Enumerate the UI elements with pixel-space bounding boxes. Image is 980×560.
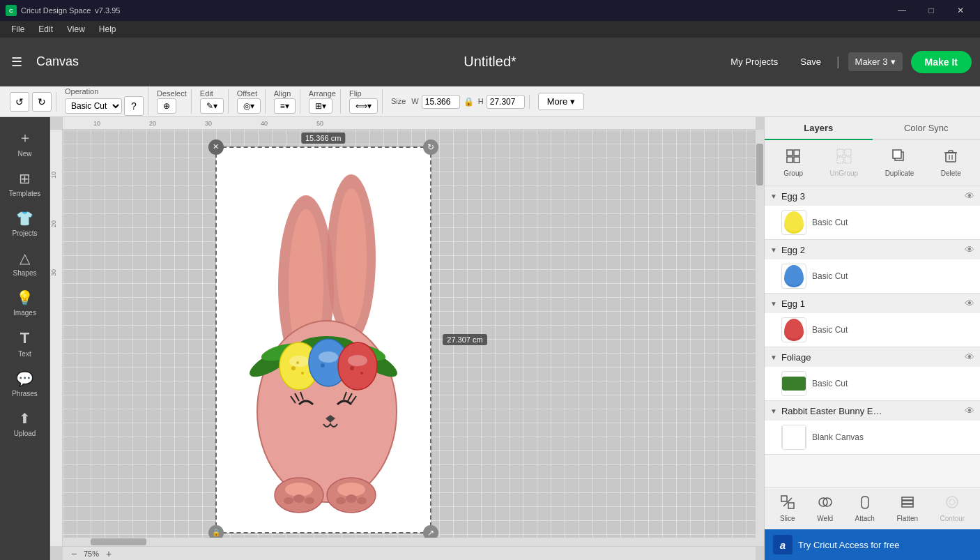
zoom-bar: − 75% + xyxy=(63,546,756,560)
redo-button[interactable]: ↻ xyxy=(32,92,52,112)
sidebar-item-upload[interactable]: ⬆ Upload xyxy=(1,404,49,443)
document-title: Untitled* xyxy=(464,54,516,70)
attach-label: Attach xyxy=(855,515,875,522)
sidebar-item-new[interactable]: ＋ New xyxy=(1,123,49,163)
more-button[interactable]: More ▾ xyxy=(538,93,585,110)
menu-help[interactable]: Help xyxy=(93,23,122,36)
contour-button[interactable]: Contour xyxy=(936,492,970,525)
menu-edit[interactable]: Edit xyxy=(33,23,59,36)
layer-header-egg2[interactable]: ▼ Egg 2 👁 xyxy=(765,240,980,259)
layer-item-egg2[interactable]: Basic Cut xyxy=(765,259,980,293)
visibility-icon-egg1[interactable]: 👁 xyxy=(965,298,974,309)
svg-rect-55 xyxy=(788,503,794,508)
window-controls: — □ ✕ xyxy=(888,0,974,21)
slice-button[interactable]: Slice xyxy=(776,492,799,525)
operation-help[interactable]: ? xyxy=(124,96,144,116)
attach-button[interactable]: Attach xyxy=(851,492,879,525)
flatten-icon xyxy=(900,494,915,513)
svg-point-63 xyxy=(949,499,955,505)
edit-button[interactable]: ✎▾ xyxy=(200,98,224,114)
svg-point-23 xyxy=(319,351,338,363)
deselect-button[interactable]: ⊕ xyxy=(157,98,176,114)
svg-point-18 xyxy=(289,356,309,367)
minimize-button[interactable]: — xyxy=(888,0,916,21)
ungroup-button[interactable]: UnGroup xyxy=(825,146,864,180)
align-button[interactable]: ≡▾ xyxy=(274,98,296,114)
machine-selector[interactable]: Maker 3 ▾ xyxy=(848,52,903,71)
svg-point-62 xyxy=(947,497,958,508)
offset-button[interactable]: ◎▾ xyxy=(237,98,261,114)
layer-item-rabbit[interactable]: Blank Canvas xyxy=(765,421,980,454)
foliage-color-swatch xyxy=(782,377,806,391)
sidebar-item-phrases[interactable]: 💬 Phrases xyxy=(1,365,49,403)
flip-button[interactable]: ⟺▾ xyxy=(349,98,378,114)
svg-rect-40 xyxy=(794,150,799,156)
group-button[interactable]: Group xyxy=(778,146,809,180)
make-it-button[interactable]: Make It xyxy=(911,51,972,73)
duplicate-button[interactable]: Duplicate xyxy=(880,146,920,180)
visibility-icon-egg2[interactable]: 👁 xyxy=(965,244,974,255)
layer-header-foliage[interactable]: ▼ Foliage 👁 xyxy=(765,347,980,367)
close-handle[interactable]: ✕ xyxy=(208,139,224,155)
svg-point-32 xyxy=(284,497,293,504)
operation-select[interactable]: Basic Cut xyxy=(65,98,122,114)
rotate-handle[interactable]: ↻ xyxy=(423,139,438,155)
flatten-button[interactable]: Flatten xyxy=(892,492,922,525)
scrollbar-horizontal[interactable] xyxy=(63,538,756,546)
canvas-content[interactable]: ✕ ↻ 🔒 ↗ 15.366 cm 27.307 cm xyxy=(63,130,756,546)
scrollbar-vertical-thumb[interactable] xyxy=(756,144,763,186)
visibility-icon-egg3[interactable]: 👁 xyxy=(965,190,974,202)
height-input[interactable] xyxy=(487,95,525,109)
sidebar-item-projects[interactable]: 👕 Projects xyxy=(1,204,49,243)
zoom-out-button[interactable]: − xyxy=(68,548,79,559)
offset-label: Offset xyxy=(237,89,261,98)
arrange-button[interactable]: ⊞▾ xyxy=(309,98,332,114)
sidebar-item-text[interactable]: T Text xyxy=(1,324,49,363)
layer-header-egg3[interactable]: ▼ Egg 3 👁 xyxy=(765,186,980,206)
group-icon xyxy=(786,149,801,167)
delete-button[interactable]: Delete xyxy=(935,146,967,180)
layer-header-rabbit[interactable]: ▼ Rabbit Easter Bunny E… 👁 xyxy=(765,401,980,421)
ruler-tick-v: 30 xyxy=(50,269,62,276)
layer-header-egg1[interactable]: ▼ Egg 1 👁 xyxy=(765,294,980,313)
close-button[interactable]: ✕ xyxy=(947,0,974,21)
menu-file[interactable]: File xyxy=(6,23,30,36)
sidebar-item-templates[interactable]: ⊞ Templates xyxy=(1,165,49,203)
top-right-controls: My Projects Save | Maker 3 ▾ Make It xyxy=(723,51,972,73)
hamburger-menu[interactable]: ☰ xyxy=(8,52,25,73)
width-dimension-label: 15.366 cm xyxy=(301,133,345,144)
svg-rect-59 xyxy=(902,497,913,500)
delete-label: Delete xyxy=(941,169,961,177)
panel-tabs: Layers Color Sync xyxy=(765,117,980,140)
operation-label: Operation xyxy=(65,87,144,96)
sidebar-item-images[interactable]: 💡 Images xyxy=(1,284,49,322)
undo-button[interactable]: ↺ xyxy=(10,92,29,112)
lock-icon[interactable]: 🔒 xyxy=(463,96,475,108)
tab-layers[interactable]: Layers xyxy=(765,117,873,140)
right-panel: Layers Color Sync Group UnGroup xyxy=(764,117,980,560)
maximize-button[interactable]: □ xyxy=(917,0,945,21)
my-projects-button[interactable]: My Projects xyxy=(723,52,785,71)
weld-button[interactable]: Weld xyxy=(813,492,837,525)
width-input[interactable] xyxy=(422,95,460,109)
design-canvas[interactable]: ✕ ↻ 🔒 ↗ 15.366 cm 27.307 cm xyxy=(215,146,431,533)
menu-view[interactable]: View xyxy=(61,23,91,36)
layer-item-egg3[interactable]: Basic Cut xyxy=(765,206,980,239)
sidebar-item-shapes[interactable]: △ Shapes xyxy=(1,244,49,282)
zoom-in-button[interactable]: + xyxy=(103,548,114,559)
expand-icon: ▼ xyxy=(770,354,777,361)
visibility-icon-foliage[interactable]: 👁 xyxy=(965,351,974,363)
tab-color-sync[interactable]: Color Sync xyxy=(873,117,981,139)
ruler-tick: 40 xyxy=(261,120,316,127)
layers-list: ▼ Egg 3 👁 Basic Cut ▼ Egg 2 👁 xyxy=(765,186,980,487)
cricut-access-bar[interactable]: a Try Cricut Access for free xyxy=(765,529,980,560)
sidebar-item-label-projects: Projects xyxy=(12,229,37,237)
layer-item-foliage[interactable]: Basic Cut xyxy=(765,367,980,400)
scrollbar-horizontal-thumb[interactable] xyxy=(91,538,146,545)
projects-icon: 👕 xyxy=(16,210,33,227)
flip-section: Flip ⟺▾ xyxy=(345,89,383,114)
save-button[interactable]: Save xyxy=(793,52,828,71)
layer-item-egg1[interactable]: Basic Cut xyxy=(765,313,980,347)
visibility-icon-rabbit[interactable]: 👁 xyxy=(965,405,974,416)
scrollbar-vertical[interactable] xyxy=(756,130,764,546)
